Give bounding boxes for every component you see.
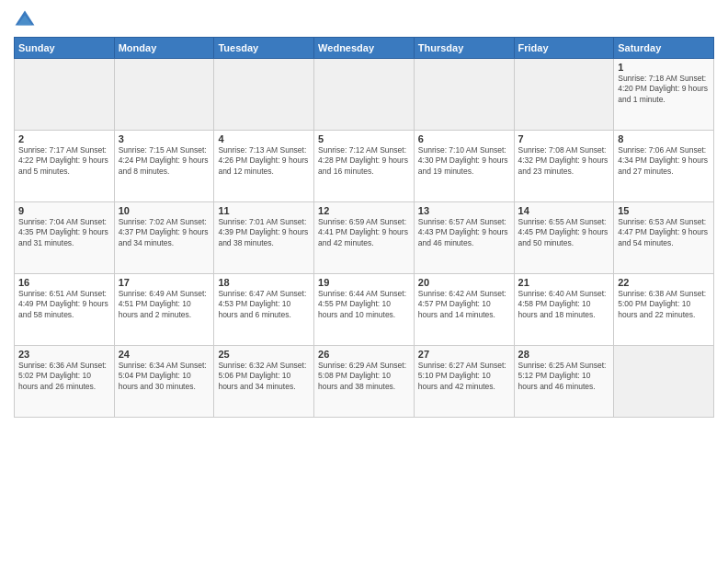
- calendar-week-4: 23Sunrise: 6:36 AM Sunset: 5:02 PM Dayli…: [15, 346, 714, 418]
- day-number: 11: [218, 205, 310, 216]
- day-info: Sunrise: 7:17 AM Sunset: 4:22 PM Dayligh…: [18, 145, 110, 177]
- day-number: 14: [518, 205, 610, 216]
- calendar-cell: 12Sunrise: 6:59 AM Sunset: 4:41 PM Dayli…: [314, 202, 415, 274]
- calendar-cell: 3Sunrise: 7:15 AM Sunset: 4:24 PM Daylig…: [114, 131, 214, 202]
- day-info: Sunrise: 6:44 AM Sunset: 4:55 PM Dayligh…: [318, 289, 410, 320]
- calendar-cell: [514, 59, 614, 131]
- day-number: 23: [18, 349, 110, 360]
- calendar-cell: 20Sunrise: 6:42 AM Sunset: 4:57 PM Dayli…: [414, 274, 514, 346]
- day-info: Sunrise: 6:59 AM Sunset: 4:41 PM Dayligh…: [318, 217, 410, 248]
- day-number: 4: [218, 133, 310, 144]
- logo-icon: [14, 9, 36, 31]
- day-number: 21: [518, 277, 610, 288]
- calendar-cell: 27Sunrise: 6:27 AM Sunset: 5:10 PM Dayli…: [414, 346, 514, 418]
- day-number: 26: [318, 349, 410, 360]
- header-day-wednesday: Wednesday: [314, 38, 415, 59]
- day-number: 8: [618, 133, 710, 144]
- day-info: Sunrise: 6:53 AM Sunset: 4:47 PM Dayligh…: [618, 217, 710, 248]
- day-number: 28: [518, 349, 610, 360]
- header-day-thursday: Thursday: [414, 38, 514, 59]
- day-number: 10: [119, 205, 210, 216]
- day-info: Sunrise: 6:57 AM Sunset: 4:43 PM Dayligh…: [418, 217, 510, 248]
- day-number: 17: [119, 277, 210, 288]
- day-number: 20: [418, 277, 510, 288]
- calendar-cell: 8Sunrise: 7:06 AM Sunset: 4:34 PM Daylig…: [614, 131, 714, 202]
- day-number: 12: [318, 205, 410, 216]
- day-info: Sunrise: 7:13 AM Sunset: 4:26 PM Dayligh…: [218, 145, 310, 177]
- header-day-tuesday: Tuesday: [214, 38, 314, 59]
- day-info: Sunrise: 6:55 AM Sunset: 4:45 PM Dayligh…: [518, 217, 610, 248]
- calendar-cell: 17Sunrise: 6:49 AM Sunset: 4:51 PM Dayli…: [114, 274, 214, 346]
- day-info: Sunrise: 6:32 AM Sunset: 5:06 PM Dayligh…: [218, 361, 310, 392]
- calendar-week-1: 2Sunrise: 7:17 AM Sunset: 4:22 PM Daylig…: [15, 131, 714, 202]
- calendar-week-0: 1Sunrise: 7:18 AM Sunset: 4:20 PM Daylig…: [15, 59, 714, 131]
- header-day-monday: Monday: [114, 38, 214, 59]
- day-number: 19: [318, 277, 410, 288]
- calendar-cell: 26Sunrise: 6:29 AM Sunset: 5:08 PM Dayli…: [314, 346, 415, 418]
- day-info: Sunrise: 6:27 AM Sunset: 5:10 PM Dayligh…: [418, 361, 510, 392]
- day-info: Sunrise: 7:15 AM Sunset: 4:24 PM Dayligh…: [119, 145, 210, 177]
- calendar-week-3: 16Sunrise: 6:51 AM Sunset: 4:49 PM Dayli…: [15, 274, 714, 346]
- day-number: 15: [618, 205, 710, 216]
- calendar-header-row: SundayMondayTuesdayWednesdayThursdayFrid…: [15, 38, 714, 59]
- calendar-cell: 11Sunrise: 7:01 AM Sunset: 4:39 PM Dayli…: [214, 202, 314, 274]
- calendar-cell: 24Sunrise: 6:34 AM Sunset: 5:04 PM Dayli…: [114, 346, 214, 418]
- day-info: Sunrise: 7:18 AM Sunset: 4:20 PM Dayligh…: [618, 74, 710, 105]
- calendar-cell: 25Sunrise: 6:32 AM Sunset: 5:06 PM Dayli…: [214, 346, 314, 418]
- calendar-cell: 1Sunrise: 7:18 AM Sunset: 4:20 PM Daylig…: [614, 59, 714, 131]
- day-info: Sunrise: 6:25 AM Sunset: 5:12 PM Dayligh…: [518, 361, 610, 392]
- calendar-cell: 15Sunrise: 6:53 AM Sunset: 4:47 PM Dayli…: [614, 202, 714, 274]
- day-number: 18: [218, 277, 310, 288]
- day-info: Sunrise: 6:49 AM Sunset: 4:51 PM Dayligh…: [119, 289, 210, 320]
- day-info: Sunrise: 6:51 AM Sunset: 4:49 PM Dayligh…: [18, 289, 110, 320]
- day-info: Sunrise: 7:10 AM Sunset: 4:30 PM Dayligh…: [418, 145, 510, 177]
- day-number: 22: [618, 277, 710, 288]
- calendar-cell: 7Sunrise: 7:08 AM Sunset: 4:32 PM Daylig…: [514, 131, 614, 202]
- calendar-cell: 21Sunrise: 6:40 AM Sunset: 4:58 PM Dayli…: [514, 274, 614, 346]
- day-info: Sunrise: 6:42 AM Sunset: 4:57 PM Dayligh…: [418, 289, 510, 320]
- calendar-cell: 2Sunrise: 7:17 AM Sunset: 4:22 PM Daylig…: [15, 131, 115, 202]
- calendar-cell: [114, 59, 214, 131]
- day-info: Sunrise: 7:02 AM Sunset: 4:37 PM Dayligh…: [119, 217, 210, 248]
- day-info: Sunrise: 6:29 AM Sunset: 5:08 PM Dayligh…: [318, 361, 410, 392]
- calendar-cell: 13Sunrise: 6:57 AM Sunset: 4:43 PM Dayli…: [414, 202, 514, 274]
- day-info: Sunrise: 6:47 AM Sunset: 4:53 PM Dayligh…: [218, 289, 310, 320]
- calendar-cell: 18Sunrise: 6:47 AM Sunset: 4:53 PM Dayli…: [214, 274, 314, 346]
- header-day-sunday: Sunday: [15, 38, 115, 59]
- calendar-cell: [15, 59, 115, 131]
- page-container: SundayMondayTuesdayWednesdayThursdayFrid…: [0, 0, 728, 427]
- day-info: Sunrise: 6:34 AM Sunset: 5:04 PM Dayligh…: [119, 361, 210, 392]
- calendar-week-2: 9Sunrise: 7:04 AM Sunset: 4:35 PM Daylig…: [15, 202, 714, 274]
- day-number: 16: [18, 277, 110, 288]
- calendar-cell: 22Sunrise: 6:38 AM Sunset: 5:00 PM Dayli…: [614, 274, 714, 346]
- calendar-cell: 14Sunrise: 6:55 AM Sunset: 4:45 PM Dayli…: [514, 202, 614, 274]
- day-number: 24: [119, 349, 210, 360]
- day-number: 25: [218, 349, 310, 360]
- calendar-cell: [314, 59, 415, 131]
- calendar-cell: 5Sunrise: 7:12 AM Sunset: 4:28 PM Daylig…: [314, 131, 415, 202]
- day-info: Sunrise: 7:06 AM Sunset: 4:34 PM Dayligh…: [618, 145, 710, 177]
- calendar-cell: [614, 346, 714, 418]
- day-number: 1: [618, 62, 710, 73]
- calendar-cell: 23Sunrise: 6:36 AM Sunset: 5:02 PM Dayli…: [15, 346, 115, 418]
- calendar-cell: 28Sunrise: 6:25 AM Sunset: 5:12 PM Dayli…: [514, 346, 614, 418]
- calendar-cell: [214, 59, 314, 131]
- day-number: 13: [418, 205, 510, 216]
- day-info: Sunrise: 7:12 AM Sunset: 4:28 PM Dayligh…: [318, 145, 410, 177]
- calendar-cell: 9Sunrise: 7:04 AM Sunset: 4:35 PM Daylig…: [15, 202, 115, 274]
- calendar-cell: 4Sunrise: 7:13 AM Sunset: 4:26 PM Daylig…: [214, 131, 314, 202]
- day-number: 5: [318, 133, 410, 144]
- day-number: 3: [119, 133, 210, 144]
- day-info: Sunrise: 6:36 AM Sunset: 5:02 PM Dayligh…: [18, 361, 110, 392]
- day-number: 9: [18, 205, 110, 216]
- day-number: 27: [418, 349, 510, 360]
- calendar-table: SundayMondayTuesdayWednesdayThursdayFrid…: [14, 37, 714, 418]
- header-day-saturday: Saturday: [614, 38, 714, 59]
- day-number: 7: [518, 133, 610, 144]
- day-number: 2: [18, 133, 110, 144]
- day-info: Sunrise: 7:01 AM Sunset: 4:39 PM Dayligh…: [218, 217, 310, 248]
- calendar-cell: 6Sunrise: 7:10 AM Sunset: 4:30 PM Daylig…: [414, 131, 514, 202]
- calendar-cell: 10Sunrise: 7:02 AM Sunset: 4:37 PM Dayli…: [114, 202, 214, 274]
- day-info: Sunrise: 7:04 AM Sunset: 4:35 PM Dayligh…: [18, 217, 110, 248]
- logo: [14, 9, 40, 31]
